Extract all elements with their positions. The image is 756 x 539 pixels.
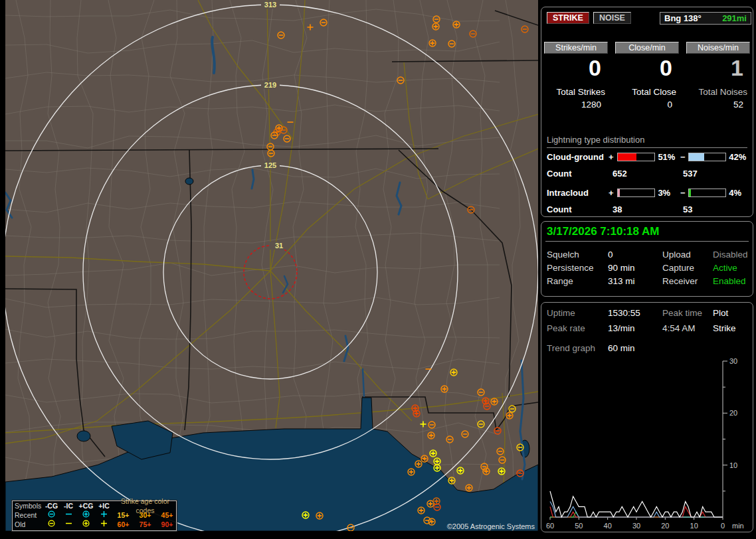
ring-label: 313	[264, 1, 276, 9]
legend-cm-icon	[43, 519, 60, 530]
legend-cp-icon	[76, 519, 96, 530]
legend-row-recent: Recent15+30+45+	[13, 510, 176, 520]
legend-col-ncg: -CG	[43, 501, 60, 510]
total-noises-label: Total Noises	[686, 87, 750, 97]
ring-label: 125	[264, 161, 276, 169]
ic-plus-count: 38	[613, 204, 683, 214]
legend-p-icon	[96, 519, 112, 530]
plot-label: Plot	[713, 308, 728, 318]
total-close-label: Total Close	[615, 87, 679, 97]
intracloud-label: Intracloud	[547, 188, 609, 198]
minus-sign: −	[680, 188, 688, 198]
total-strikes-label: Total Strikes	[544, 87, 608, 97]
cg-minus-count: 537	[683, 169, 698, 179]
legend-col-pcg: +CG	[76, 501, 96, 510]
legend-age-code: 90+	[156, 520, 178, 529]
uptime-value: 1530:55	[608, 308, 640, 318]
legend-age-code: 60+	[112, 520, 134, 529]
upload-status: Disabled	[713, 250, 748, 260]
legend-col-pic: +IC	[96, 501, 112, 510]
ic-minus-pct: 4%	[726, 188, 751, 198]
cg-plus-pct: 51%	[655, 152, 680, 162]
intracloud-count-row: Count 38 53	[547, 204, 692, 214]
peak-time-label: Peak time	[662, 308, 702, 318]
capture-status: Active	[713, 263, 737, 273]
squelch-label: Squelch	[547, 250, 579, 260]
x-tick-label: 40	[604, 522, 612, 530]
x-tick-label: 0	[721, 522, 725, 530]
x-tick-label: 60	[546, 522, 554, 530]
squelch-value: 0	[608, 250, 613, 260]
strike-button[interactable]: STRIKE	[547, 12, 589, 24]
y-tick-label: 20	[729, 409, 737, 417]
trend-graph-window: 60 min	[608, 343, 635, 353]
total-noises-value: 52	[686, 100, 750, 110]
legend-row-label: Old	[13, 520, 43, 529]
persistence-label: Persistence	[547, 263, 594, 273]
close-per-min-button[interactable]: Close/min	[615, 42, 679, 54]
cg-minus-pct: 42%	[726, 152, 751, 162]
legend-m-icon	[60, 519, 76, 530]
x-tick-label: 50	[575, 522, 583, 530]
noise-button[interactable]: NOISE	[593, 12, 631, 24]
strikes-rate: 0	[544, 55, 608, 81]
persistence-value: 90 min	[608, 263, 635, 273]
plot-value: Strike	[713, 323, 736, 333]
datetime-display: 3/17/2026 7:10:18 AM	[547, 225, 659, 238]
peak-time-value: 4:54 AM	[662, 323, 696, 333]
plus-sign: +	[609, 152, 617, 162]
close-counter: Close/min 0	[615, 42, 679, 81]
bearing-label: Bng 138°	[664, 13, 702, 23]
ic-plus-pct: 3%	[655, 188, 680, 198]
legend-row-old: Old60+75+90+	[13, 520, 176, 529]
cg-minus-bar	[688, 153, 726, 161]
uptime-label: Uptime	[547, 308, 575, 318]
trend-panel: Uptime 1530:55 Peak time Plot Peak rate …	[541, 302, 753, 532]
plus-sign: +	[609, 188, 617, 198]
trend-graph-label: Trend graph	[547, 343, 595, 353]
legend-age-code: 30+	[134, 510, 156, 520]
status-panel: 3/17/2026 7:10:18 AM Squelch 0 Upload Di…	[541, 221, 753, 297]
trend-graph: 1020306050403020100min	[543, 358, 750, 530]
noises-rate: 1	[686, 55, 750, 81]
noises-counter: Noises/min 1	[686, 42, 750, 81]
legend-row-label: Recent	[13, 510, 43, 520]
legend-header-row: Symbols -CG -IC +CG +IC Strike age color…	[13, 501, 176, 510]
minus-sign: −	[680, 152, 688, 162]
ic-minus-bar	[688, 189, 726, 197]
ring-label: 219	[264, 81, 276, 89]
legend-age-code: 15+	[112, 510, 134, 520]
range-value: 313 mi	[608, 276, 635, 286]
x-tick-label: 10	[690, 522, 698, 530]
x-tick-label: 20	[661, 522, 669, 530]
symbol-legend: Symbols -CG -IC +CG +IC Strike age color…	[12, 501, 177, 531]
bearing-value: 291mi	[722, 13, 747, 23]
x-axis-unit: min	[732, 522, 744, 530]
ring-label: 31	[275, 242, 283, 250]
noises-per-min-button[interactable]: Noises/min	[686, 42, 750, 54]
strikes-per-min-button[interactable]: Strikes/min	[544, 42, 608, 54]
legend-symbols-header: Symbols	[13, 501, 43, 510]
upload-label: Upload	[662, 250, 691, 260]
x-tick-label: 30	[632, 522, 640, 530]
intracloud-row: Intracloud + 3% − 4%	[547, 188, 751, 198]
cloud-ground-label: Cloud-ground	[547, 152, 609, 162]
receiver-status: Enabled	[713, 276, 746, 286]
total-close-value: 0	[615, 100, 679, 110]
cg-plus-count: 652	[613, 169, 683, 179]
trend-line	[550, 502, 723, 518]
map-canvas[interactable]: 31321912531 ©2005 Astrogenic Systems	[5, 0, 538, 531]
cloud-ground-count-row: Count 652 537	[547, 169, 698, 179]
capture-label: Capture	[662, 263, 694, 273]
lightning-map[interactable]: 31321912531 ©2005 Astrogenic Systems Sym…	[5, 0, 538, 531]
ic-minus-count: 53	[683, 204, 692, 214]
distribution-title: Lightning type distribution	[547, 135, 747, 148]
legend-col-nic: -IC	[60, 501, 76, 510]
copyright-text: ©2005 Astrogenic Systems	[447, 522, 535, 530]
legend-age-code: 75+	[134, 520, 156, 529]
range-label: Range	[547, 276, 573, 286]
peak-rate-value: 13/min	[608, 323, 635, 333]
chart-axes	[550, 361, 723, 517]
count-label: Count	[547, 169, 613, 179]
ic-plus-bar	[617, 189, 655, 197]
